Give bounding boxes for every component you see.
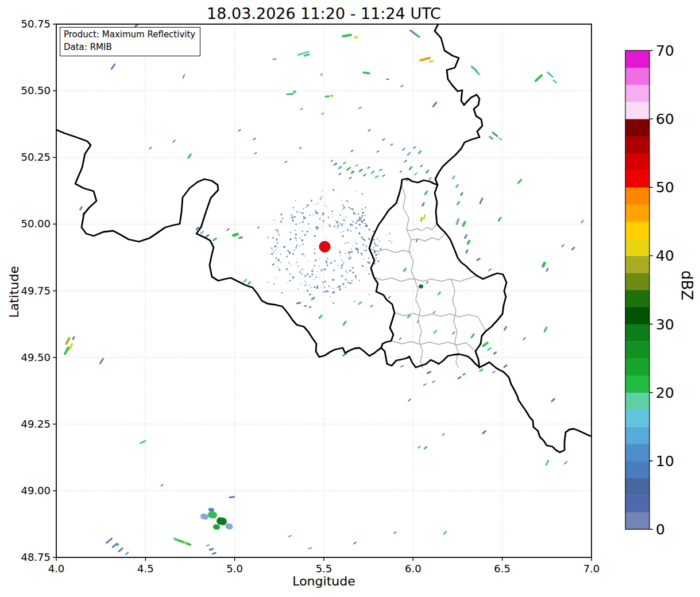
clutter-dot xyxy=(362,265,363,267)
clutter-dot xyxy=(290,238,292,240)
colorbar-segment xyxy=(625,375,649,393)
clutter-dot xyxy=(328,224,330,226)
clutter-dot xyxy=(295,200,296,201)
clutter-dot xyxy=(345,279,347,281)
clutter-dot xyxy=(341,224,343,226)
clutter-dot xyxy=(301,284,301,284)
clutter-dot xyxy=(295,234,297,235)
clutter-dot xyxy=(322,286,322,287)
clutter-dot xyxy=(290,232,291,233)
clutter-dot xyxy=(293,278,294,278)
clutter-dot xyxy=(296,245,298,246)
clutter-dot xyxy=(302,221,304,223)
clutter-dot xyxy=(295,238,296,239)
y-tick-label: 49.00 xyxy=(21,484,51,497)
clutter-dot xyxy=(274,268,275,268)
clutter-dot xyxy=(322,191,323,192)
clutter-dot xyxy=(273,220,274,221)
clutter-dot xyxy=(355,227,357,228)
clutter-dot xyxy=(361,217,362,218)
colorbar-segment xyxy=(625,341,649,358)
y-tick-label: 50.25 xyxy=(21,151,51,163)
colorbar-segment xyxy=(625,461,649,478)
clutter-dot xyxy=(322,226,322,227)
clutter-dot xyxy=(354,301,355,302)
clutter-dot xyxy=(389,240,390,241)
clutter-dot xyxy=(302,212,304,214)
clutter-dot xyxy=(391,242,392,243)
clutter-dot xyxy=(314,279,315,280)
clutter-dot xyxy=(295,247,296,248)
clutter-dot xyxy=(340,214,341,215)
clutter-dot xyxy=(310,215,311,216)
clutter-dot xyxy=(295,224,297,226)
clutter-dot xyxy=(292,207,293,208)
colorbar-segment xyxy=(625,239,649,256)
product-annotation-box: Product: Maximum Reflectivity Data: RMIB xyxy=(60,27,200,56)
clutter-dot xyxy=(342,223,343,224)
radar-figure: 18.03.2026 11:20 - 11:24 UTC 4.04.55.05.… xyxy=(0,0,700,597)
colorbar-segment xyxy=(625,136,649,153)
clutter-dot xyxy=(349,256,349,257)
clutter-dot xyxy=(349,203,349,203)
clutter-dot xyxy=(291,217,292,218)
clutter-dot xyxy=(379,241,380,242)
colorbar-segment xyxy=(625,444,649,461)
clutter-dot xyxy=(315,277,316,278)
clutter-dot xyxy=(314,235,316,237)
clutter-dot xyxy=(277,229,278,230)
clutter-dot xyxy=(281,292,283,293)
clutter-dot xyxy=(341,265,343,266)
clutter-dot xyxy=(276,260,277,261)
clutter-dot xyxy=(359,219,361,221)
product-line: Product: Maximum Reflectivity xyxy=(64,29,195,41)
clutter-dot xyxy=(341,200,342,201)
clutter-dot xyxy=(341,267,342,269)
clutter-dot xyxy=(378,253,379,254)
clutter-dot xyxy=(289,251,290,252)
clutter-dot xyxy=(346,270,347,270)
clutter-dot xyxy=(324,269,326,270)
clutter-dot xyxy=(308,261,308,261)
clutter-dot xyxy=(305,285,305,286)
clutter-dot xyxy=(273,251,274,253)
clutter-dot xyxy=(307,231,308,232)
clutter-dot xyxy=(280,254,281,255)
clutter-dot xyxy=(374,242,375,243)
colorbar-segment xyxy=(625,393,649,410)
clutter-dot xyxy=(355,275,357,277)
clutter-dot xyxy=(303,243,304,245)
colorbar-segment xyxy=(625,478,649,495)
clutter-dot xyxy=(351,280,353,281)
clutter-dot xyxy=(345,243,346,244)
clutter-dot xyxy=(322,269,323,270)
data-source-line: Data: RMIB xyxy=(64,41,195,54)
clutter-dot xyxy=(352,268,353,269)
clutter-dot xyxy=(319,277,320,278)
clutter-dot xyxy=(321,197,322,198)
clutter-dot xyxy=(299,223,300,224)
clutter-dot xyxy=(357,249,358,250)
clutter-dot xyxy=(271,253,273,255)
colorbar-segment xyxy=(625,410,649,427)
clutter-dot xyxy=(324,202,324,203)
clutter-dot xyxy=(322,214,323,215)
clutter-dot xyxy=(342,210,342,210)
clutter-dot xyxy=(361,208,362,210)
clutter-dot xyxy=(347,242,349,243)
clutter-dot xyxy=(363,223,363,224)
colorbar-segment xyxy=(625,358,649,375)
clutter-dot xyxy=(352,221,353,222)
colorbar-segment xyxy=(625,51,649,68)
clutter-dot xyxy=(309,285,310,285)
clutter-dot xyxy=(380,248,382,250)
clutter-dot xyxy=(305,218,306,219)
colorbar-segment xyxy=(625,512,649,529)
clutter-dot xyxy=(368,258,369,259)
clutter-dot xyxy=(353,212,355,214)
clutter-dot xyxy=(368,238,370,240)
clutter-dot xyxy=(377,238,378,239)
clutter-dot xyxy=(317,226,319,228)
clutter-dot xyxy=(361,227,361,228)
clutter-dot xyxy=(353,210,354,211)
